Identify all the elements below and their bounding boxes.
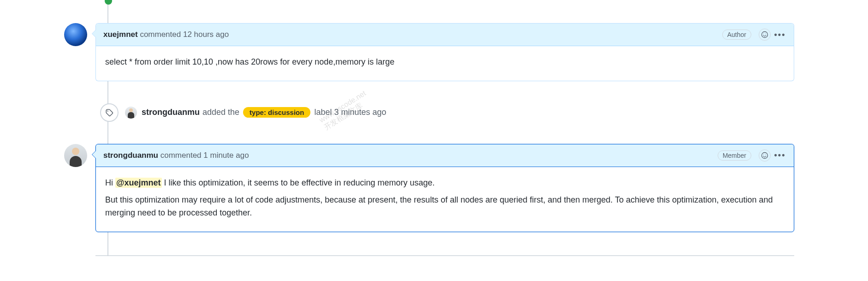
speech-arrow <box>92 30 96 37</box>
event-action-suffix: label <box>314 108 332 117</box>
comment-action: commented <box>161 151 202 160</box>
avatar[interactable] <box>64 144 87 167</box>
comment-header: strongduanmu commented 1 minute ago Memb… <box>96 144 794 167</box>
comment-author-link[interactable]: strongduanmu <box>103 151 158 160</box>
avatar[interactable] <box>64 23 87 46</box>
svg-point-0 <box>762 32 768 38</box>
comment-body: select * from order limit 10,10 ,now has… <box>96 46 794 81</box>
timeline-dot <box>105 0 112 5</box>
event-time[interactable]: 3 minutes ago <box>334 108 386 117</box>
text: I like this optimization, it seems to be… <box>162 178 435 187</box>
comment-line2: But this optimization may require a lot … <box>105 193 785 220</box>
smiley-icon[interactable] <box>759 149 771 161</box>
comment-strongduanmu: strongduanmu commented 1 minute ago Memb… <box>95 144 794 232</box>
svg-point-2 <box>766 34 766 34</box>
tag-icon <box>100 103 119 122</box>
event-label-added: strongduanmu added the type: discussion … <box>95 103 794 122</box>
mention-link[interactable]: @xuejmnet <box>115 178 162 188</box>
svg-point-3 <box>107 110 108 111</box>
avatar-small[interactable] <box>125 107 137 119</box>
speech-arrow <box>92 151 96 158</box>
svg-point-6 <box>766 155 766 155</box>
comment-text: select * from order limit 10,10 ,now has… <box>105 55 785 69</box>
svg-point-5 <box>763 155 764 155</box>
comment-time[interactable]: 12 hours ago <box>183 30 229 39</box>
svg-point-1 <box>763 34 764 34</box>
comment-line1: Hi @xuejmnet I like this optimization, i… <box>105 176 785 190</box>
member-badge: Member <box>718 150 751 161</box>
svg-point-4 <box>762 152 768 158</box>
comment-author-link[interactable]: xuejmnet <box>103 30 138 39</box>
comment-body: Hi @xuejmnet I like this optimization, i… <box>96 167 794 232</box>
kebab-icon[interactable]: ••• <box>773 149 786 162</box>
comment-action: commented <box>140 30 181 39</box>
divider <box>95 255 794 256</box>
text: Hi <box>105 178 115 187</box>
comment-header: xuejmnet commented 12 hours ago Author •… <box>96 24 794 46</box>
author-badge: Author <box>722 30 751 40</box>
event-action-prefix: added the <box>202 108 239 117</box>
event-user-link[interactable]: strongduanmu <box>142 108 200 117</box>
smiley-icon[interactable] <box>759 29 771 41</box>
kebab-icon[interactable]: ••• <box>773 28 786 41</box>
comment-time[interactable]: 1 minute ago <box>203 151 249 160</box>
comment-xuejmnet: xuejmnet commented 12 hours ago Author •… <box>95 23 794 81</box>
label-pill[interactable]: type: discussion <box>243 107 310 118</box>
